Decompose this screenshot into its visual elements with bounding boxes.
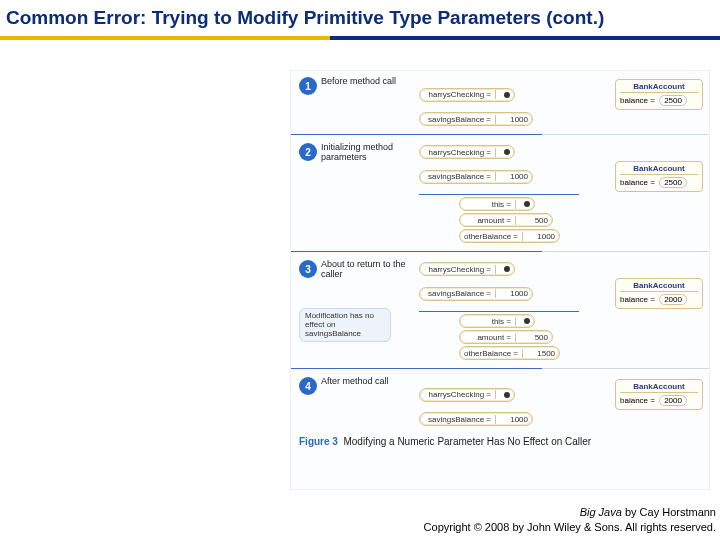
var-value: 1000 bbox=[500, 172, 528, 181]
var-name: harrysChecking = bbox=[424, 90, 496, 99]
object-title: BankAccount bbox=[620, 382, 698, 393]
figure-caption: Figure 3 Modifying a Numeric Parameter H… bbox=[291, 432, 709, 453]
object-box: BankAccount balance = 2000 bbox=[615, 379, 703, 410]
step-badge: 2 bbox=[299, 143, 317, 161]
step-badge: 1 bbox=[299, 77, 317, 95]
variable-pill: amount = 500 bbox=[459, 213, 553, 227]
variable-pill: savingsBalance = 1000 bbox=[419, 287, 533, 301]
var-value: 1000 bbox=[500, 415, 528, 424]
figure-step: 3 About to return to the caller Modifica… bbox=[291, 254, 709, 366]
step-label: Initializing method parameters bbox=[321, 143, 411, 163]
object-field-name: balance = bbox=[620, 178, 655, 187]
var-name: this = bbox=[464, 200, 516, 209]
ref-dot-icon bbox=[504, 392, 510, 398]
step-separator bbox=[291, 134, 709, 135]
var-name: otherBalance = bbox=[464, 349, 523, 358]
figure-caption-text: Modifying a Numeric Parameter Has No Eff… bbox=[343, 436, 591, 447]
step-badge: 3 bbox=[299, 260, 317, 278]
footer-copyright: Copyright © 2008 by John Wiley & Sons. A… bbox=[424, 520, 716, 534]
object-box: BankAccount balance = 2500 bbox=[615, 161, 703, 192]
var-value: 1000 bbox=[500, 115, 528, 124]
variable-pill: this = bbox=[459, 197, 535, 211]
callout-note: Modification has no effect on savingsBal… bbox=[299, 308, 391, 342]
var-name: harrysChecking = bbox=[424, 265, 496, 274]
underline-gold bbox=[0, 36, 330, 40]
step-label: About to return to the caller bbox=[321, 260, 411, 280]
object-title: BankAccount bbox=[620, 164, 698, 175]
object-field-value: 2500 bbox=[659, 177, 687, 188]
variable-pill: otherBalance = 1500 bbox=[459, 346, 560, 360]
object-field-value: 2500 bbox=[659, 95, 687, 106]
variable-pill: harrysChecking = bbox=[419, 388, 515, 402]
object-field-value: 2000 bbox=[659, 294, 687, 305]
ref-dot-icon bbox=[504, 266, 510, 272]
var-value: 1000 bbox=[527, 232, 555, 241]
slide-footer: Big Java by Cay Horstmann Copyright © 20… bbox=[424, 505, 716, 534]
var-value: 1000 bbox=[500, 289, 528, 298]
object-field-name: balance = bbox=[620, 295, 655, 304]
step-separator bbox=[291, 368, 709, 369]
object-field-name: balance = bbox=[620, 96, 655, 105]
var-value: 500 bbox=[520, 333, 548, 342]
variable-pill: savingsBalance = 1000 bbox=[419, 170, 533, 184]
figure-number: Figure 3 bbox=[299, 436, 338, 447]
step-badge: 4 bbox=[299, 377, 317, 395]
ref-dot-icon bbox=[524, 201, 530, 207]
title-underline bbox=[0, 36, 720, 40]
var-name: savingsBalance = bbox=[424, 415, 496, 424]
var-value: 1500 bbox=[527, 349, 555, 358]
object-box: BankAccount balance = 2500 bbox=[615, 79, 703, 110]
variable-pill: this = bbox=[459, 314, 535, 328]
object-field-name: balance = bbox=[620, 396, 655, 405]
step-separator bbox=[291, 251, 709, 252]
object-field-value: 2000 bbox=[659, 395, 687, 406]
inner-separator bbox=[419, 194, 579, 195]
var-name: harrysChecking = bbox=[424, 148, 496, 157]
footer-book-title: Big Java bbox=[580, 506, 622, 518]
footer-author: by Cay Horstmann bbox=[622, 506, 716, 518]
ref-dot-icon bbox=[504, 92, 510, 98]
underline-blue bbox=[330, 36, 720, 40]
variable-pill: harrysChecking = bbox=[419, 145, 515, 159]
figure-step: 1 Before method call harrysChecking = Ba… bbox=[291, 71, 709, 132]
ref-dot-icon bbox=[524, 318, 530, 324]
var-name: savingsBalance = bbox=[424, 115, 496, 124]
var-name: otherBalance = bbox=[464, 232, 523, 241]
figure-panel: 1 Before method call harrysChecking = Ba… bbox=[290, 70, 710, 490]
step-label: After method call bbox=[321, 377, 411, 387]
variable-pill: savingsBalance = 1000 bbox=[419, 112, 533, 126]
step-label: Before method call bbox=[321, 77, 411, 87]
var-name: savingsBalance = bbox=[424, 289, 496, 298]
object-title: BankAccount bbox=[620, 82, 698, 93]
variable-pill: harrysChecking = bbox=[419, 88, 515, 102]
var-name: this = bbox=[464, 317, 516, 326]
object-title: BankAccount bbox=[620, 281, 698, 292]
var-name: amount = bbox=[464, 216, 516, 225]
var-name: harrysChecking = bbox=[424, 390, 496, 399]
var-value: 500 bbox=[520, 216, 548, 225]
slide-title: Common Error: Trying to Modify Primitive… bbox=[0, 0, 720, 36]
var-name: savingsBalance = bbox=[424, 172, 496, 181]
variable-pill: harrysChecking = bbox=[419, 262, 515, 276]
figure-step: 4 After method call harrysChecking = Ban… bbox=[291, 371, 709, 432]
variable-pill: amount = 500 bbox=[459, 330, 553, 344]
ref-dot-icon bbox=[504, 149, 510, 155]
object-box: BankAccount balance = 2000 bbox=[615, 278, 703, 309]
var-name: amount = bbox=[464, 333, 516, 342]
figure-step: 2 Initializing method parameters harrysC… bbox=[291, 137, 709, 249]
variable-pill: otherBalance = 1000 bbox=[459, 229, 560, 243]
inner-separator bbox=[419, 311, 579, 312]
variable-pill: savingsBalance = 1000 bbox=[419, 412, 533, 426]
